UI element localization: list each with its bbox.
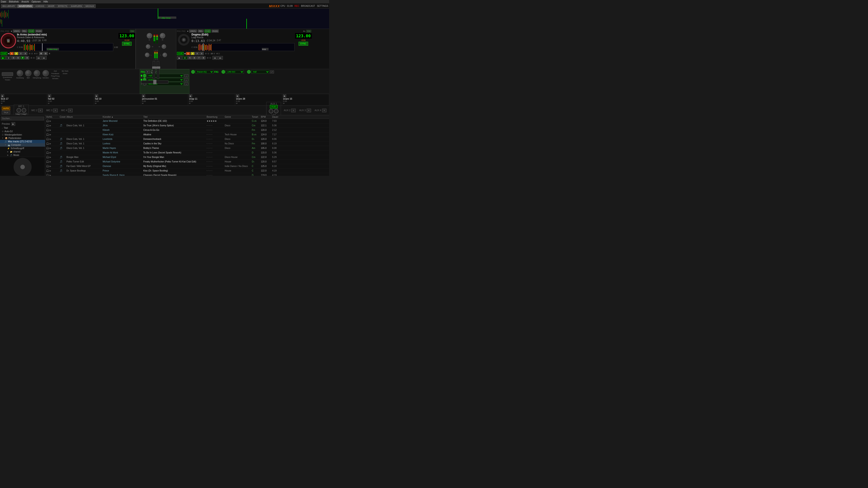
track-row[interactable]: 🎧 ▶ 🎵 Disco Cuts, Vol. 1 Martin Hayes Bo… bbox=[45, 146, 329, 151]
crossfader[interactable] bbox=[141, 80, 168, 84]
left-hotcue-6[interactable]: 6 bbox=[16, 56, 20, 59]
right-rel-btn[interactable]: REL bbox=[198, 30, 204, 33]
aux1-knob2[interactable] bbox=[274, 109, 278, 113]
menu-optionen[interactable]: Optionen bbox=[32, 0, 41, 3]
fx-close-2[interactable]: ⌄ bbox=[184, 78, 188, 81]
btn-mixer[interactable]: MIXER bbox=[46, 4, 56, 8]
track-row[interactable]: 🎧 ▶ Jame Mooneid The Definition (DE 102)… bbox=[45, 119, 329, 123]
menu-ansicht[interactable]: Ansicht bbox=[22, 0, 29, 3]
right-high-knob[interactable] bbox=[160, 33, 165, 38]
sampler-play-5[interactable]: ▶ bbox=[236, 94, 239, 98]
settings-button[interactable]: SETTINGS bbox=[317, 5, 328, 7]
track-row[interactable]: 🎧 ▶ Kleen Kutz Alkaline · · · · · Tech H… bbox=[45, 132, 329, 137]
right-pass-btn[interactable]: PASS bbox=[212, 30, 219, 33]
track-preview-btn[interactable]: 🎧 ▶ bbox=[45, 151, 59, 154]
col-header-artist[interactable]: Künstler ▲ bbox=[102, 116, 143, 118]
left-next-btn[interactable]: ⏭ bbox=[41, 56, 46, 60]
track-preview-btn[interactable]: 🎧 ▶ bbox=[45, 138, 59, 140]
right-fx3-select[interactable]: Hall bbox=[251, 70, 270, 74]
sidebar-item-music[interactable]: ▶ 🎵 Music bbox=[0, 153, 45, 157]
ausklang-knob[interactable] bbox=[17, 70, 23, 76]
track-row[interactable]: 🎧 ▶ 🎵 Disco Cuts, Vol. 1 Luvless Castles… bbox=[45, 141, 329, 146]
left-play-btn[interactable]: ▶ bbox=[1, 56, 6, 60]
dampfung-knob[interactable] bbox=[34, 70, 40, 76]
track-preview-btn[interactable]: 🎧 ▶ bbox=[45, 174, 59, 176]
fx-power-1[interactable] bbox=[143, 74, 146, 77]
btn-4decks[interactable]: 4 DECKS bbox=[34, 4, 46, 8]
left-hotcue-2[interactable]: 2 bbox=[14, 52, 18, 55]
right-hotcue-5[interactable]: 5 bbox=[188, 56, 192, 59]
col-header-album[interactable]: Album bbox=[66, 116, 102, 118]
left-cue-btn[interactable]: CUE bbox=[28, 30, 34, 33]
track-row[interactable]: 🎧 ▶ 🎵 Disco Cuts, Vol. 1 JKriv So True (… bbox=[45, 123, 329, 128]
sidebar-item-plattenkisten[interactable]: ▼ 📦 Plattenkisten bbox=[0, 136, 45, 140]
track-preview-btn[interactable]: 🎧 ▶ bbox=[45, 142, 59, 145]
sidebar-item-wiedergabelisten[interactable]: ☰ Wiedergabelisten bbox=[0, 133, 45, 136]
left-hotcue-8[interactable]: 8 bbox=[25, 56, 29, 59]
track-row[interactable]: 🎧 ▶ 🎵 Dr. Space Bootlegs Prince Kiss (Dr… bbox=[45, 168, 329, 173]
right-sync-btn[interactable]: SYNC bbox=[299, 42, 308, 46]
sidebar-item-schnellzugriff[interactable]: ⚡ Schnellzugriff bbox=[0, 147, 45, 150]
aux2-add-btn[interactable]: + bbox=[291, 109, 296, 112]
track-row[interactable]: 🎧 ▶ Kibosh Circus A-Go-Go · · · · · Fm 1… bbox=[45, 128, 329, 132]
menu-hilfe[interactable]: Hilfe bbox=[43, 0, 48, 3]
right-cue-button[interactable]: CUE bbox=[177, 52, 184, 55]
right-fx3-power[interactable] bbox=[247, 70, 251, 74]
route-icon[interactable]: ⤢ bbox=[155, 71, 157, 73]
track-preview-btn[interactable]: 🎧 ▶ bbox=[45, 147, 59, 149]
sidebar-item-titel[interactable]: ♪ Titel bbox=[0, 126, 45, 130]
track-row[interactable]: 🎧 ▶ Master At Work To Be In Love (Secret… bbox=[45, 151, 329, 155]
left-hotcue-3[interactable]: 3 bbox=[19, 52, 23, 55]
left-rel-btn[interactable]: REL bbox=[22, 30, 27, 33]
fx-close-3[interactable]: ⌄ bbox=[184, 83, 188, 86]
sampler-play-2[interactable]: ▶ bbox=[95, 94, 98, 98]
sampler-play-0[interactable]: ▶ bbox=[1, 94, 4, 98]
left-low-knob[interactable] bbox=[145, 53, 149, 57]
sidebar-item-misc-tracks[interactable]: 🎵 Misc tracks (27) 2:42:52 bbox=[0, 140, 45, 143]
right-next-btn[interactable]: ⏭ bbox=[218, 56, 223, 60]
right-hotcue-2[interactable]: 2 bbox=[191, 52, 195, 55]
track-row[interactable]: 🎧 ▶ 🎵 Petko Turner Edit Michael Sixtynin… bbox=[45, 160, 329, 164]
search-input[interactable] bbox=[1, 117, 44, 121]
track-preview-btn[interactable]: 🎧 ▶ bbox=[45, 156, 59, 158]
track-list[interactable]: Vorhö. Cover Album Künstler ▲ Titel Bewe… bbox=[45, 115, 329, 176]
sidebar-item-autodj[interactable]: ⚙ Auto-DJ bbox=[0, 130, 45, 133]
artist-sort-icon[interactable]: ▲ bbox=[112, 116, 113, 118]
aux4-add-btn[interactable]: + bbox=[322, 109, 327, 112]
left-pass-btn[interactable]: PASS bbox=[35, 30, 42, 33]
right-prev-btn[interactable]: ⏮ bbox=[213, 56, 217, 60]
track-preview-btn[interactable]: 🎧 ▶ bbox=[45, 120, 59, 122]
track-row[interactable]: 🎧 ▶ 🎵 Boogie Man Michael Elyot I'm Your … bbox=[45, 155, 329, 160]
menu-datei[interactable]: Datei bbox=[1, 0, 6, 3]
track-preview-btn[interactable]: 🎧 ▶ bbox=[45, 129, 59, 131]
col-header-key[interactable]: Tonart bbox=[251, 116, 260, 118]
btn-micaux[interactable]: MIC/AUX bbox=[84, 4, 96, 8]
fx-close-1[interactable]: ⌄ bbox=[184, 74, 188, 77]
col-header-bpm[interactable]: BPM bbox=[260, 116, 271, 118]
right-hotcue-4[interactable]: 4 bbox=[199, 52, 204, 55]
left-deck-waveform[interactable]: 7: After Drop bbox=[24, 43, 113, 51]
bw-knob[interactable] bbox=[25, 70, 31, 76]
mic4-add-btn[interactable]: + bbox=[68, 109, 72, 112]
btn-effects[interactable]: EFFECTS bbox=[56, 4, 69, 8]
talk-btn[interactable]: TALK bbox=[2, 111, 10, 114]
fx-enable-1[interactable] bbox=[141, 75, 142, 76]
right-pause-btn[interactable]: ⏸ bbox=[182, 56, 187, 60]
left-prev-btn[interactable]: ⏮ bbox=[36, 56, 41, 60]
left-mid-knob[interactable] bbox=[146, 44, 150, 49]
left-hotcue-4[interactable]: 4 bbox=[23, 52, 27, 55]
right-mid-knob[interactable] bbox=[162, 44, 166, 49]
right-hotcue-1[interactable]: 1 bbox=[186, 52, 190, 55]
mic3-add-btn[interactable]: + bbox=[53, 109, 57, 112]
track-row[interactable]: 🎧 ▶ 🎵 Disco Cuts, Vol. 1 Lovebirds Donwa… bbox=[45, 137, 329, 141]
right-hotcue-7[interactable]: 7 bbox=[197, 56, 201, 59]
preview-play-btn[interactable]: ▶ bbox=[11, 122, 15, 126]
left-hotcue-1[interactable]: 1 bbox=[10, 52, 14, 55]
right-fx2-select[interactable]: LR8 ISO bbox=[226, 70, 244, 74]
rec-button[interactable]: REC bbox=[294, 5, 299, 7]
left-pause-btn[interactable]: ⏸ bbox=[6, 56, 11, 60]
sampler-play-4[interactable]: ▶ bbox=[189, 94, 192, 98]
mic1-knob[interactable] bbox=[17, 108, 21, 112]
left-sync-btn[interactable]: SYNC bbox=[122, 42, 131, 46]
mic1-knob2[interactable] bbox=[22, 108, 26, 112]
